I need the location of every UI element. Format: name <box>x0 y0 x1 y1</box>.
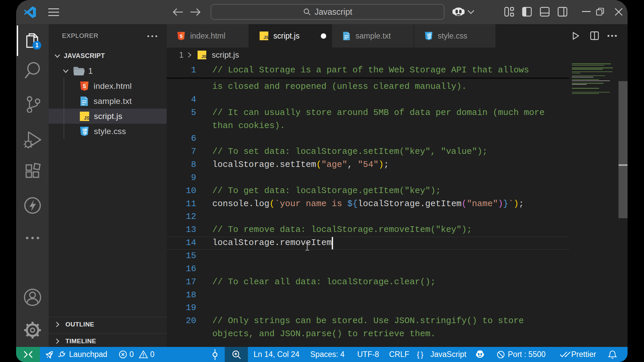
svg-text:JS: JS <box>264 35 268 40</box>
svg-text:5: 5 <box>83 83 86 89</box>
svg-text:JS: JS <box>202 54 206 59</box>
svg-text:JS: JS <box>84 115 89 121</box>
svg-text:5: 5 <box>180 33 182 39</box>
svg-text:1: 1 <box>35 42 38 49</box>
